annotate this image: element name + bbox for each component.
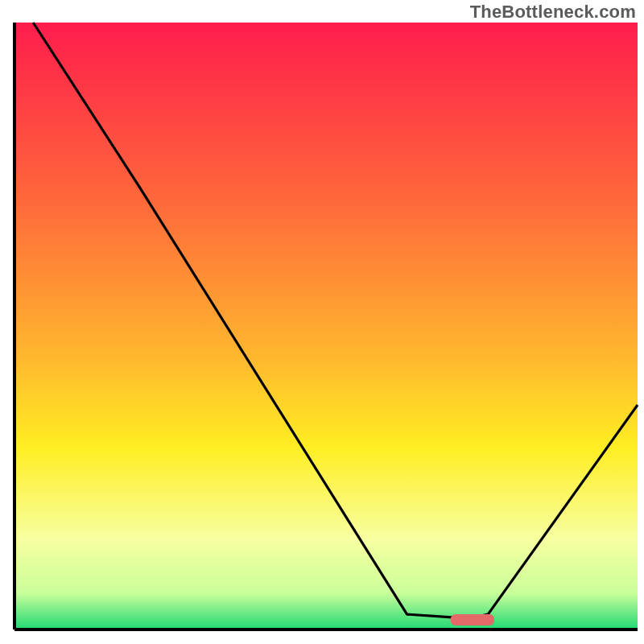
chart-root: TheBottleneck.com <box>0 0 644 644</box>
watermark-text: TheBottleneck.com <box>470 2 636 23</box>
chart-svg <box>0 0 644 644</box>
gradient-background <box>14 23 638 630</box>
optimal-marker <box>451 614 494 625</box>
